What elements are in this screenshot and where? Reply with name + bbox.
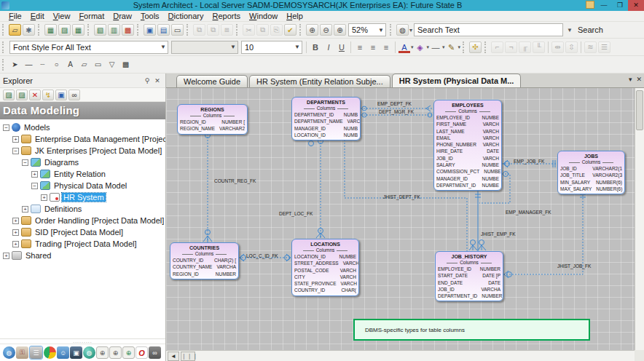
tree-item-diagrams[interactable]: −Diagrams — [0, 156, 165, 168]
align-left-button[interactable]: ≡ — [354, 41, 366, 53]
chevron-down-icon[interactable]: ▾ — [411, 44, 414, 50]
key-dock-button[interactable]: ⚿ — [16, 346, 28, 359]
menu-file[interactable]: File — [4, 11, 26, 22]
chevron-down-icon[interactable]: ▼ — [567, 27, 573, 33]
diagram-add-icon[interactable]: ▧ — [94, 24, 106, 36]
tree-item-hr-system[interactable]: +HR System — [0, 191, 165, 203]
snap-icon[interactable]: ✣ — [469, 41, 482, 53]
menu-help[interactable]: Help — [282, 11, 307, 22]
collapse-icon[interactable]: − — [12, 148, 19, 154]
entity-countries[interactable]: COUNTRIESColumnsCOUNTRY_IDCHAR(2) [COUNT… — [170, 242, 239, 279]
notes-icon[interactable] — [586, 1, 594, 9]
tab-hr-system-entity-relation-subje[interactable]: HR System (Entity Relation Subje... — [249, 75, 390, 87]
chevron-down-icon[interactable]: ▾ — [442, 44, 445, 50]
collapse-icon[interactable]: − — [31, 183, 38, 189]
oval-red-dock-button[interactable]: O — [136, 346, 148, 359]
menu-view[interactable]: View — [49, 11, 75, 22]
ellipse-tool[interactable]: ○ — [50, 59, 63, 71]
web-search-icon[interactable]: ◍ — [396, 24, 409, 36]
toolbar-grip[interactable] — [87, 24, 91, 36]
zoom-in-icon[interactable]: ⊕ — [334, 24, 346, 36]
expand-icon[interactable]: + — [12, 229, 19, 236]
toolbar-grip[interactable] — [390, 24, 393, 36]
tree-item-sid-project-data-model[interactable]: +SID [Project Data Model] — [0, 226, 165, 238]
expand-icon[interactable]: + — [12, 241, 19, 247]
globe-dock-button[interactable]: ◍ — [3, 346, 15, 359]
entity-regions[interactable]: REGIONSColumnsREGION_IDNUMBER [REGION_NA… — [177, 104, 248, 135]
expand-icon[interactable]: + — [22, 206, 28, 213]
toolbar-grip[interactable] — [2, 24, 6, 36]
folder-open-icon[interactable]: ▱ — [9, 24, 21, 36]
save-icon[interactable]: ▣ — [144, 24, 156, 36]
font-name-select[interactable]: ▼ — [171, 41, 238, 54]
format-painter-icon[interactable]: ✔ — [284, 24, 297, 36]
rectangle-small-tool[interactable]: ▱ — [78, 59, 90, 71]
binoculars-dock-button[interactable]: ∞ — [149, 346, 161, 359]
tab-welcome-guide[interactable]: Welcome Guide — [176, 75, 248, 87]
menu-dictionary[interactable]: Dictionary — [164, 11, 208, 22]
diagram-grid-icon[interactable]: ▦ — [72, 24, 85, 36]
line-tool[interactable]: — — [23, 59, 35, 71]
horizontal-scrollbar-thumb[interactable]: ❘❘❘ — [181, 352, 195, 361]
entity-locations[interactable]: LOCATIONSColumnsLOCATION_IDNUMBESTREET_A… — [291, 239, 359, 296]
search-input[interactable]: Search Text — [414, 23, 563, 36]
dashed-line-tool[interactable]: ┈ — [36, 59, 49, 71]
chevron-down-icon[interactable]: ▾ — [427, 44, 430, 50]
database-dock-button[interactable]: ☰ — [29, 346, 43, 360]
save-all-icon[interactable]: ▤ — [157, 24, 170, 36]
print-icon[interactable]: ▭ — [171, 24, 184, 36]
toolbar-grip[interactable] — [186, 24, 190, 36]
menu-draw[interactable]: Draw — [109, 11, 136, 22]
search-green-dock-button[interactable]: ⊕ — [122, 346, 135, 359]
zoom-level-select[interactable]: 52% ▼ — [348, 23, 386, 36]
monitor-dock-button[interactable]: ▣ — [70, 346, 82, 359]
chart-pie-dock-button[interactable] — [44, 346, 56, 359]
vertical-scrollbar-thumb[interactable] — [636, 90, 643, 130]
entity-job_history[interactable]: JOB_HISTORYColumnsEMPLOYEE_IDNUMBERSTART… — [435, 251, 503, 301]
tab-scroll-icon[interactable]: ▾ — [629, 76, 632, 83]
menu-tools[interactable]: Tools — [136, 11, 164, 22]
tree-item-shared[interactable]: +Shared — [0, 250, 165, 261]
menu-format[interactable]: Format — [74, 11, 109, 22]
zoom-out-icon[interactable]: ⊖ — [320, 24, 332, 36]
entity-jobs[interactable]: JOBSColumnsJOB_IDVARCHAR2(1JOB_TITLEVARC… — [557, 151, 625, 194]
maximize-button[interactable]: ❐ — [612, 0, 628, 11]
diagram-canvas[interactable]: REGIONSColumnsREGION_IDNUMBER [REGION_NA… — [166, 88, 635, 350]
edit-diagram-icon[interactable]: ▨ — [58, 24, 71, 36]
close-panel-icon[interactable]: ✕ — [152, 77, 162, 84]
bold-button[interactable]: B — [310, 41, 321, 53]
font-style-select[interactable]: Font Style For All Text ▼ — [9, 41, 168, 54]
vertical-scrollbar[interactable] — [635, 88, 644, 350]
monitor-icon[interactable]: ▣ — [55, 90, 67, 100]
tab-close-icon[interactable]: ✕ — [636, 76, 642, 83]
text-color-button[interactable]: A — [398, 41, 410, 53]
align-right-button[interactable]: ≡ — [380, 41, 392, 53]
tree-item-models[interactable]: −Models — [0, 122, 165, 133]
minimize-button[interactable]: — — [596, 0, 612, 11]
close-button[interactable]: ✕ — [628, 0, 644, 11]
toolbar-grip[interactable] — [463, 41, 466, 53]
tree-item-trading-project-data-model[interactable]: +Trading [Project Data Model] — [0, 238, 165, 250]
pen-color-button[interactable]: ✎ — [446, 41, 458, 53]
toolbar-grip[interactable] — [299, 24, 303, 36]
toolbar-grip[interactable] — [2, 41, 6, 53]
tree-item-jk-enterprises-project-data-model[interactable]: −JK Enterprises [Project Data Model] — [0, 145, 165, 156]
picture-tool[interactable]: ▩ — [119, 59, 132, 71]
gear-icon[interactable]: ✱ — [23, 24, 35, 36]
expand-icon[interactable]: + — [31, 171, 38, 178]
entity-departments[interactable]: DEPARTMENTSColumnsDEPARTMENT_IDNUMBDEPAR… — [291, 97, 361, 140]
toolbar-grip[interactable] — [484, 41, 488, 53]
delete-icon[interactable]: ✕ — [29, 90, 41, 100]
entity-employees[interactable]: EMPLOYEESColumnsEMPLOYEE_IDNUMBEFIRST_NA… — [433, 100, 502, 191]
new-diagram-icon[interactable]: ▦ — [44, 24, 57, 36]
tree-item-entity-relation[interactable]: +Entity Relation — [0, 168, 165, 180]
search-user-dock-button[interactable]: ⊕ — [109, 346, 122, 359]
rectangle-tool[interactable]: ▭ — [92, 59, 104, 71]
zoom-area-icon[interactable]: ⊕ — [306, 24, 318, 36]
edit-definition-icon[interactable]: ▨ — [3, 90, 15, 100]
chevron-down-icon[interactable]: ▾ — [458, 44, 461, 50]
pin-icon[interactable]: ⚲ — [142, 77, 152, 84]
fill-color-button[interactable]: ◈ — [415, 41, 426, 53]
collapse-icon[interactable]: − — [3, 124, 9, 131]
underline-button[interactable]: U — [336, 41, 347, 53]
